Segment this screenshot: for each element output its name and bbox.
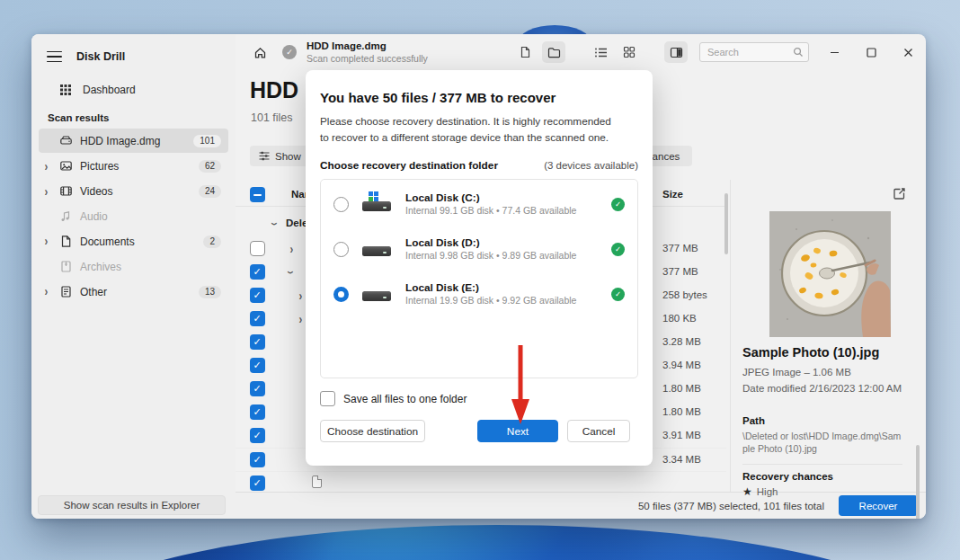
sidebar-item-hdd-image[interactable]: HDD Image.dmg 101 [39,129,228,153]
close-button[interactable] [901,41,915,63]
windows-logo-icon [369,191,378,201]
new-file-button[interactable] [513,41,537,63]
recovery-chances-label: Recovery chances [742,471,833,482]
list-view-button[interactable] [589,41,612,63]
folder-view-button[interactable] [542,41,565,63]
chevron-right-icon[interactable] [298,289,302,302]
device-ok-check-icon [611,243,625,256]
chevron-right-icon[interactable] [44,158,48,172]
sidebar-item-pictures[interactable]: Pictures 62 [39,154,228,178]
device-row-d[interactable]: Local Disk (D:) Internal 9.98 GB disk • … [321,227,637,271]
row-checkbox[interactable] [250,334,265,350]
maximize-button[interactable] [864,41,878,63]
sidebar-item-label: Documents [80,236,135,248]
device-name: Local Disk (E:) [405,281,576,295]
file-list-scrollbar[interactable] [724,193,728,254]
preview-scrollbar[interactable] [916,445,920,519]
device-row-e[interactable]: Local Disk (E:) Internal 19.9 GB disk • … [321,271,637,316]
row-checkbox[interactable] [250,311,265,326]
preview-path-value: \Deleted or lost\HDD Image.dmg\Sample Ph… [742,430,902,455]
search-icon [793,47,804,58]
documents-icon [59,235,77,248]
destination-folder-label: Choose recovery destination folder [320,159,498,172]
recover-button[interactable]: Recover [839,495,918,516]
open-external-icon[interactable] [893,187,906,200]
device-details: Internal 9.98 GB disk • 9.89 GB availabl… [405,250,576,262]
show-in-explorer-button[interactable]: Show scan results in Explorer [38,495,226,515]
sidebar-item-label: Audio [80,210,108,223]
drive-icon [361,283,394,305]
home-button[interactable] [248,41,271,63]
radio-button-selected[interactable] [333,287,349,302]
preview-divider [742,464,902,465]
row-checkbox[interactable] [250,358,265,373]
row-checkbox[interactable] [250,452,265,467]
show-filter-button[interactable]: Show [250,146,310,166]
app-title: Disk Drill [76,50,125,63]
count-badge: 62 [199,160,221,173]
sidebar-item-label: Archives [80,261,121,273]
system-drive-icon [361,193,394,215]
disk-drill-window: Disk Drill Dashboard Scan results HDD Im… [31,34,926,519]
sidebar-item-audio: Audio [39,204,228,228]
row-checkbox[interactable] [250,264,265,280]
sidebar-item-archives: Archives [39,254,228,279]
row-checkbox[interactable] [250,241,265,256]
select-all-checkbox[interactable] [250,187,265,202]
chevron-down-icon[interactable] [285,271,298,274]
chevron-right-icon[interactable] [298,312,302,325]
topbar-title: HDD Image.dmg [307,40,428,52]
minimize-button[interactable] [827,41,841,63]
sidebar-item-videos[interactable]: Videos 24 [39,179,228,203]
choose-destination-button[interactable]: Choose destination [320,420,425,442]
menu-icon[interactable] [47,51,62,63]
chevron-down-icon[interactable] [269,222,282,226]
sidebar-item-other[interactable]: Other 13 [39,280,228,304]
row-checkbox[interactable] [250,428,265,443]
chevron-right-icon[interactable] [44,234,48,247]
size-column-header[interactable]: Size [662,189,683,200]
pictures-icon [59,159,77,173]
save-one-folder-option[interactable]: Save all files to one folder [320,391,638,406]
grid-view-button[interactable] [618,41,641,63]
wallpaper-bloom [52,525,942,560]
videos-icon [59,184,77,198]
filter-sliders-icon [259,151,270,161]
sidebar-item-label: Videos [80,185,112,198]
audio-icon [59,209,77,223]
device-details: Internal 99.1 GB disk • 77.4 GB availabl… [405,205,576,218]
sidebar-item-label: Other [80,286,107,298]
row-checkbox[interactable] [250,288,265,303]
selection-summary: 50 files (377 MB) selected, 101 files to… [638,501,824,511]
row-checkbox[interactable] [250,404,265,420]
row-checkbox[interactable] [250,476,265,491]
chevron-right-icon[interactable] [289,242,293,255]
sidebar-item-documents[interactable]: Documents 2 [39,229,228,253]
device-row-c[interactable]: Local Disk (C:) Internal 99.1 GB disk • … [321,182,637,227]
preview-date-modified: Date modified 2/16/2023 12:00 AM [742,383,902,394]
sidebar-item-label: Pictures [80,160,119,173]
dialog-description: Please choose recovery destination. It i… [320,114,617,146]
recovery-chances-value: High [742,485,778,498]
table-row-partial[interactable] [236,471,726,494]
cancel-button[interactable]: Cancel [567,420,630,442]
preview-panel-toggle-button[interactable] [664,41,688,63]
radio-button[interactable] [333,242,349,257]
photo-preview-thumbnail[interactable] [769,211,891,337]
device-details: Internal 19.9 GB disk • 9.92 GB availabl… [405,295,576,307]
sidebar-item-label: Dashboard [83,84,136,96]
chevron-right-icon[interactable] [44,183,48,197]
row-checkbox[interactable] [250,381,265,396]
file-icon [312,476,322,488]
sidebar-item-dashboard[interactable]: Dashboard [39,77,228,102]
next-button[interactable]: Next [477,420,558,442]
radio-button[interactable] [333,197,349,212]
save-one-folder-label: Save all files to one folder [343,393,467,405]
chevron-right-icon[interactable] [44,284,48,298]
sidebar-item-label: HDD Image.dmg [80,135,160,147]
status-bar: 50 files (377 MB) selected, 101 files to… [236,492,926,519]
scan-results-section-label: Scan results [48,112,236,123]
count-badge: 13 [199,286,221,298]
device-list: Local Disk (C:) Internal 99.1 GB disk • … [320,179,638,378]
save-one-folder-checkbox[interactable] [320,391,335,406]
